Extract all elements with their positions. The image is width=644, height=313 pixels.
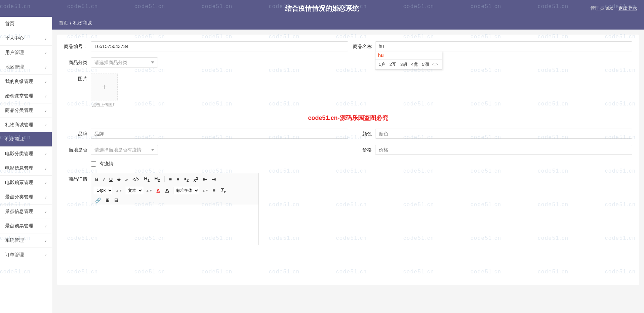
sidebar-item-movie-cat[interactable]: 电影分类管理 ∨ xyxy=(0,147,52,161)
color-input[interactable] xyxy=(375,129,633,139)
sidebar-item-profile[interactable]: 个人中心 ∨ xyxy=(0,31,52,46)
sidebar-item-gift-mgmt[interactable]: 礼物商城管理 ∨ xyxy=(0,118,52,132)
editor-toolbar-row3: 🔗 ⊞ ⊟ xyxy=(91,195,259,205)
sidebar-scenic-info-label: 景点信息管理 xyxy=(5,209,33,215)
toolbar-h1[interactable]: H1 xyxy=(143,175,151,183)
sidebar-item-movie-ticket[interactable]: 电影购票管理 ∨ xyxy=(0,176,52,190)
sidebar-item-system[interactable]: 系统管理 ∨ xyxy=(0,233,52,248)
toolbar-align-center[interactable]: ≡ xyxy=(175,176,180,183)
logout-button[interactable]: 退出登录 xyxy=(618,5,637,11)
font-family-select[interactable]: 标准字体 xyxy=(173,187,199,194)
product-category-select[interactable]: 请选择商品分类 xyxy=(91,57,158,68)
sidebar-product-cat-label: 商品分类管理 xyxy=(5,107,33,114)
epidemic-checkbox[interactable] xyxy=(91,161,96,167)
color-label: 颜色 xyxy=(348,129,375,137)
copyright-area: code51.cn-源码乐园盗图必究 xyxy=(64,114,632,122)
form-col-brand: 品牌 xyxy=(64,129,348,139)
main-content: 首页 / 礼物商城 商品编号： 商品名称 hu xyxy=(52,17,644,313)
autocomplete-item-2[interactable]: 2互 xyxy=(389,61,397,68)
font-size-select[interactable]: 14px 8px 10px 12px 16px 18px xyxy=(94,187,113,194)
sidebar-item-region[interactable]: 地区管理 ∨ xyxy=(0,60,52,75)
image-upload-box[interactable]: + xyxy=(91,74,118,100)
toolbar-italic[interactable]: I xyxy=(102,176,106,183)
toolbar-align[interactable]: ≡ xyxy=(211,187,217,194)
sidebar-item-product-cat[interactable]: 商品分类管理 ∨ xyxy=(0,103,52,118)
sidebar-item-home[interactable]: 首页 xyxy=(0,17,52,31)
product-name-autocomplete: hu 1户 2互 3胡 4虎 5湖 < > xyxy=(375,41,633,51)
sidebar-item-users[interactable]: 用户管理 ∨ xyxy=(0,46,52,60)
text-align-select[interactable]: 文本 xyxy=(125,187,143,194)
autocomplete-typed: hu xyxy=(378,53,384,58)
epidemic-check-label xyxy=(64,161,91,163)
sidebar-scenic-ticket-label: 景点购票管理 xyxy=(5,223,33,229)
admin-label: 管理员 abo xyxy=(590,5,613,11)
app-header: 结合疫情情况的婚恋系统 管理员 abo 退出登录 xyxy=(0,0,644,17)
toolbar-strikethrough[interactable]: S xyxy=(116,176,122,183)
sidebar-item-gift-shop[interactable]: 礼物商城 xyxy=(0,132,52,147)
product-name-input[interactable] xyxy=(375,41,633,51)
toolbar-indent-right[interactable]: ⇥ xyxy=(210,176,217,183)
toolbar-link[interactable]: 🔗 xyxy=(94,197,102,204)
sidebar-movie-info-label: 电影信息管理 xyxy=(5,165,33,171)
font-size-arrows[interactable]: ▲▼ xyxy=(116,189,122,192)
sidebar-movie-cat-label: 电影分类管理 xyxy=(5,151,33,157)
toolbar-indent-left[interactable]: ⇤ xyxy=(202,176,208,183)
toolbar-table[interactable]: ⊞ xyxy=(104,197,111,204)
sidebar-item-scenic-cat[interactable]: 景点分类管理 ∨ xyxy=(0,190,52,205)
breadcrumb-separator: / xyxy=(70,20,71,26)
editor-toolbar-row2: 14px 8px 10px 12px 16px 18px ▲▼ 文本 ▲▼ A xyxy=(91,185,259,196)
sidebar-item-scenic-ticket[interactable]: 景点购票管理 ∨ xyxy=(0,219,52,233)
toolbar-quote[interactable]: » xyxy=(124,176,129,183)
epidemic-text: 有疫情 xyxy=(99,161,114,167)
autocomplete-item-5[interactable]: 5湖 xyxy=(421,61,429,68)
autocomplete-prev[interactable]: < xyxy=(432,62,435,67)
toolbar-underline[interactable]: U xyxy=(108,176,114,183)
sidebar-movie-ticket-label: 电影购票管理 xyxy=(5,180,33,186)
autocomplete-item-4[interactable]: 4虎 xyxy=(410,61,418,68)
font-family-arrows[interactable]: ▲▼ xyxy=(202,189,209,192)
form-col-product-no: 商品编号： xyxy=(64,41,348,51)
sidebar-match-label: 我的良缘管理 xyxy=(5,79,33,85)
sidebar-item-scenic-info[interactable]: 景点信息管理 ∨ xyxy=(0,205,52,219)
toolbar-code[interactable]: </> xyxy=(131,176,140,183)
toolbar-align-left[interactable]: ≡ xyxy=(168,176,173,183)
toolbar-subscript[interactable]: x2 xyxy=(183,175,190,183)
sidebar-item-movie-info[interactable]: 电影信息管理 ∨ xyxy=(0,161,52,176)
text-align-arrows[interactable]: ▲▼ xyxy=(146,189,153,192)
copyright-text: code51.cn-源码乐园盗图必究 xyxy=(308,115,388,121)
price-label: 价格 xyxy=(348,145,375,153)
form-col-color: 颜色 xyxy=(348,129,633,139)
autocomplete-next[interactable]: > xyxy=(436,62,438,67)
brand-input[interactable] xyxy=(91,129,348,139)
local-epidemic-label: 当地是否 xyxy=(64,145,91,153)
sidebar-item-order[interactable]: 订单管理 ∨ xyxy=(0,248,52,262)
toolbar-sep1 xyxy=(164,176,165,182)
chevron-down-icon: ∨ xyxy=(44,80,47,84)
toolbar-font-color[interactable]: A xyxy=(155,187,161,194)
form-row-detail: 商品详情 B I U S » </> H1 H2 ≡ ≡ xyxy=(64,173,632,245)
form-row-product-info: 商品编号： 商品名称 hu 1户 2互 xyxy=(64,41,632,51)
breadcrumb-current: 礼物商城 xyxy=(73,20,92,26)
chevron-down-icon: ∨ xyxy=(44,239,47,242)
toolbar-h2[interactable]: H2 xyxy=(153,175,161,183)
sidebar-item-match[interactable]: 我的良缘管理 ∨ xyxy=(0,75,52,89)
toolbar-media[interactable]: ⊟ xyxy=(113,197,120,204)
local-epidemic-select[interactable]: 请选择当地是否有疫情 xyxy=(91,145,158,155)
image-label: 图片 xyxy=(64,74,91,82)
sidebar-item-class[interactable]: 婚恋课堂管理 ∨ xyxy=(0,89,52,103)
editor-body[interactable] xyxy=(91,205,259,245)
autocomplete-item-3[interactable]: 3胡 xyxy=(400,61,408,68)
sidebar: 首页 个人中心 ∨ 用户管理 ∨ 地区管理 ∨ 我的良缘管理 ∨ 婚恋课堂管理 … xyxy=(0,17,52,313)
toolbar-superscript[interactable]: x2 xyxy=(192,175,199,183)
toolbar-clear-format[interactable]: Tx xyxy=(219,187,227,194)
image-upload-area: + 点击上传图片 xyxy=(91,74,118,108)
autocomplete-item-1[interactable]: 1户 xyxy=(378,61,386,68)
main-layout: 首页 个人中心 ∨ 用户管理 ∨ 地区管理 ∨ 我的良缘管理 ∨ 婚恋课堂管理 … xyxy=(0,17,644,313)
form-row-epidemic-price: 当地是否 请选择当地是否有疫情 价格 xyxy=(64,145,632,155)
price-input[interactable] xyxy=(375,145,633,155)
form-row-brand-color: 品牌 颜色 xyxy=(64,129,632,139)
breadcrumb-home[interactable]: 首页 xyxy=(59,20,68,26)
product-no-input[interactable] xyxy=(91,41,348,51)
toolbar-bold[interactable]: B xyxy=(94,176,100,183)
toolbar-font-bg[interactable]: A̲ xyxy=(164,187,170,194)
